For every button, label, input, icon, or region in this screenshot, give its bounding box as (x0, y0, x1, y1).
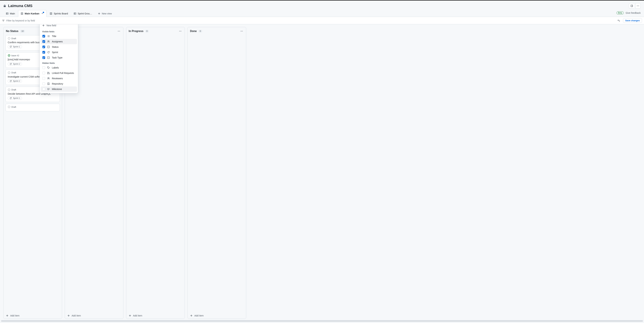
add-item-button[interactable]: Add item (126, 313, 185, 319)
sprint-chip-label: Sprint 2 (13, 80, 20, 82)
plus-icon (98, 12, 100, 15)
project-menu-button[interactable] (635, 3, 641, 8)
view-tab-main[interactable]: Main (3, 10, 18, 16)
iteration-icon (10, 80, 12, 82)
card-status-label: base #2 (12, 54, 19, 57)
board-icon (50, 12, 52, 15)
field-label: Linked Pull Requests (52, 72, 74, 74)
iteration-icon (47, 51, 50, 54)
issue-open-icon (8, 54, 10, 57)
panel-toggle-button[interactable] (629, 3, 634, 8)
list-icon (47, 35, 50, 37)
field-checkbox[interactable] (42, 56, 45, 59)
field-checkbox[interactable] (42, 40, 45, 43)
view-tab-main-kanban[interactable]: Main Kanban (18, 10, 46, 17)
field-checkbox[interactable] (42, 72, 45, 74)
view-options-caret[interactable] (40, 12, 44, 15)
field-label: Milestone (52, 88, 62, 90)
field-toggle-sprint[interactable]: Sprint (41, 50, 77, 55)
plus-icon (129, 314, 131, 317)
field-toggle-linked-pr[interactable]: Linked Pull Requests (41, 70, 77, 76)
column-title: Done (190, 30, 197, 33)
new-view-label: New view (102, 12, 112, 15)
field-toggle-task-type[interactable]: Task Type (41, 55, 77, 60)
field-label: Labels (52, 66, 59, 69)
new-field-button[interactable]: New field (40, 24, 78, 29)
field-checkbox[interactable] (42, 35, 45, 37)
sprint-chip[interactable]: Sprint 1 (8, 96, 22, 100)
sprint-chip[interactable]: Sprint 2 (8, 62, 22, 66)
card-status-label: Draft (12, 37, 16, 40)
field-checkbox[interactable] (42, 66, 45, 69)
beta-badge: Beta (616, 11, 624, 14)
sprint-chip-label: Sprint 1 (13, 45, 20, 48)
plus-icon (6, 314, 8, 317)
field-toggle-assignees[interactable]: Assignees (41, 39, 77, 44)
card[interactable]: Draft (6, 104, 60, 111)
add-item-label: Add item (133, 314, 142, 317)
view-tab-sprint-group[interactable]: Sprint Grou… (71, 10, 94, 16)
field-label: Task Type (52, 56, 62, 59)
give-feedback-link[interactable]: Give feedback (626, 11, 641, 14)
column-body (126, 34, 185, 313)
column-menu-button[interactable] (117, 29, 121, 33)
add-item-label: Add item (72, 314, 81, 317)
field-label: Sprint (52, 51, 58, 54)
add-item-button[interactable]: Add item (4, 313, 62, 319)
kanban-board: No Status10DraftConfirm requirments with… (0, 24, 644, 320)
field-checkbox[interactable] (42, 77, 45, 80)
field-toggle-labels[interactable]: Labels (41, 65, 77, 70)
field-label: Reviewers (52, 77, 63, 80)
field-toggle-milestone[interactable]: Milestone (41, 86, 77, 92)
view-tab-sprints-board[interactable]: Sprints Board (47, 10, 70, 16)
sprint-chip-label: Sprint 1 (13, 97, 20, 99)
field-label: Status (52, 45, 58, 48)
field-checkbox[interactable] (42, 88, 45, 90)
new-field-label: New field (46, 24, 56, 27)
column-menu-button[interactable] (178, 29, 182, 33)
card-status-label: Draft (12, 88, 16, 91)
field-config-popover: New field Visible fields TitleAssigneesS… (40, 24, 78, 93)
field-checkbox[interactable] (42, 45, 45, 48)
sprint-chip[interactable]: Sprint 2 (8, 79, 22, 83)
column-title: In Progress (129, 30, 144, 33)
save-changes-button[interactable]: Save changes (623, 18, 642, 23)
plus-icon (190, 314, 193, 317)
draft-icon (8, 37, 10, 40)
project-header: Laimuna CMS (0, 0, 644, 10)
view-tab-label: Sprints Board (54, 12, 68, 15)
repo-icon (47, 82, 50, 85)
pr-icon (47, 72, 50, 74)
view-tab-label: Main (10, 12, 15, 15)
column-count-badge: 10 (20, 30, 25, 32)
field-checkbox[interactable] (42, 82, 45, 85)
filter-input[interactable] (6, 19, 615, 22)
field-toggle-status[interactable]: Status (41, 44, 77, 50)
select-icon (47, 45, 50, 48)
new-view-button[interactable]: New view (95, 10, 114, 16)
draft-icon (8, 71, 10, 74)
kebab-icon (636, 4, 639, 7)
app-root: Laimuna CMS MainMain KanbanSprints Board… (0, 0, 644, 323)
add-item-button[interactable]: Add item (65, 313, 123, 319)
filter-bar: Save changes (0, 17, 644, 24)
filter-icon (2, 19, 5, 22)
field-toggle-reviewers[interactable]: Reviewers (41, 76, 77, 81)
column-menu-button[interactable] (240, 29, 244, 33)
views-tablist: MainMain KanbanSprints BoardSprint Grou…… (0, 10, 644, 17)
table-icon (6, 12, 8, 15)
field-label: Title (52, 35, 56, 37)
field-checkbox[interactable] (42, 51, 45, 54)
field-toggle-repository[interactable]: Repository (41, 81, 77, 86)
add-item-label: Add item (10, 314, 20, 317)
add-item-button[interactable]: Add item (188, 313, 246, 319)
lock-icon (3, 4, 6, 7)
header-actions (629, 3, 641, 8)
discard-changes-button[interactable] (616, 18, 621, 23)
field-toggle-title[interactable]: Title (41, 33, 77, 39)
people-icon (47, 77, 50, 80)
sprint-chip[interactable]: Sprint 1 (8, 45, 22, 48)
horizontal-scrollbar[interactable] (1, 320, 643, 322)
panel-icon (630, 4, 633, 7)
visible-fields-heading: Visible fields (40, 29, 78, 33)
